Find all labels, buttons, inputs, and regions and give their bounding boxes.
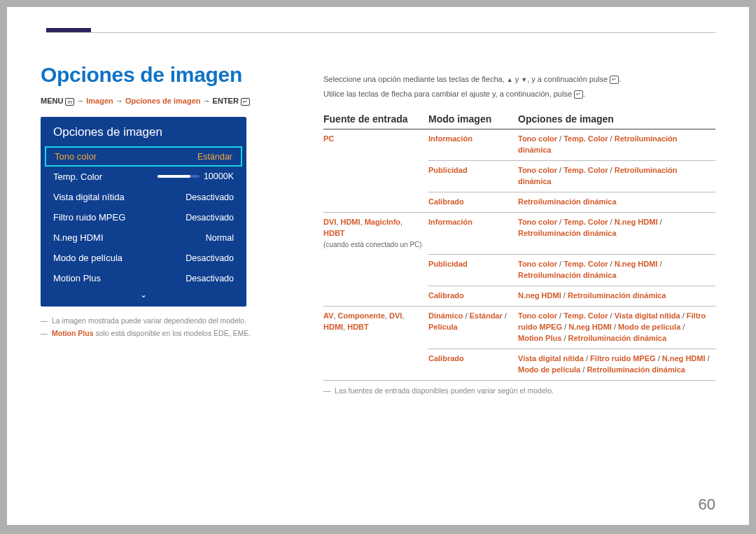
cell-fuente: DVI, HDMI, MagicInfo, HDBT(cuando está c… [323,212,428,254]
th-fuente: Fuente de entrada [323,109,428,129]
instruction-1: Seleccione una opción mediante las tecla… [323,73,715,85]
osd-row-value: Desactivado [186,192,234,202]
cell-fuente [323,160,428,192]
manual-page: Opciones de imagen MENU m → Imagen → Opc… [7,7,749,525]
cell-opciones: Retroiluminación dinámica [518,192,715,212]
osd-row-label: Tono color [55,151,97,162]
enter-icon: ↵ [241,98,250,106]
crumb-opciones: Opciones de imagen [125,97,201,105]
highlight-term: Dinámico [428,311,463,320]
cell-fuente [323,349,428,380]
table-row: PCInformaciónTono color / Temp. Color / … [323,129,715,161]
cell-modo: Calibrado [428,349,518,380]
highlight-term: Modo de película [518,365,580,374]
table-row: CalibradoVista digital nítida / Filtro r… [323,349,715,380]
highlight-term: DVI [323,218,336,226]
highlight-term: Retroiluminación dinámica [587,365,685,374]
osd-row-label: Modo de película [53,253,122,263]
crumb-menu: MENU [41,97,63,105]
osd-menu-panel: Opciones de imagen Tono colorEstándarTem… [41,117,246,307]
highlight-term: Componente [338,311,385,320]
highlight-term: Tono color [518,311,557,320]
cell-fuente [323,286,428,306]
cell-modo: Publicidad [428,255,518,286]
highlight-term: Calibrado [428,291,464,300]
table-footnote: Las fuentes de entrada disponibles puede… [323,386,715,395]
page-number: 60 [699,496,715,514]
enter-icon: ↵ [610,76,619,84]
arrow-icon: → [203,97,211,105]
highlight-term: Tono color [518,166,557,174]
osd-row-label: Motion Plus [53,273,101,283]
highlight-term: PC [323,134,334,143]
th-opciones: Opciones de imagen [518,109,715,129]
instruction-2: Utilice las teclas de flecha para cambia… [323,88,715,100]
cell-opciones: Tono color / Temp. Color / Retroiluminac… [518,160,715,192]
highlight-term: Filtro ruido MPEG [590,354,656,363]
right-column: Seleccione una opción mediante las tecla… [323,73,715,395]
osd-row: Vista digital nítidaDesactivado [41,187,246,207]
highlight-term: N.neg HDMI [518,291,561,300]
cell-opciones: Tono color / Temp. Color / N.neg HDMI / … [518,255,715,286]
highlight-term: AV [323,311,333,320]
highlight-term: Temp. Color [564,260,608,268]
table-row: DVI, HDMI, MagicInfo, HDBT(cuando está c… [323,212,715,254]
highlight-term: Retroiluminación dinámica [518,271,617,279]
osd-row-value: 10000K [204,171,234,181]
table-row: PublicidadTono color / Temp. Color / N.n… [323,255,715,286]
highlight-term: Retroiluminación dinámica [568,291,666,300]
cell-opciones: Tono color / Temp. Color / Vista digital… [518,306,715,349]
cell-fuente: AV, Componente, DVI, HDMI, HDBT [323,306,428,349]
osd-row: Temp. Color10000K [41,167,246,187]
highlight-term: Retroiluminación dinámica [568,334,667,342]
highlight-term: N.neg HDMI [615,218,658,226]
header-rule [46,32,715,33]
table-header-row: Fuente de entrada Modo imagen Opciones d… [323,109,715,129]
osd-row-label: N.neg HDMI [53,232,104,243]
highlight-term: Vista digital nítida [615,311,680,320]
table-row: CalibradoRetroiluminación dinámica [323,192,715,212]
slider-fill [158,175,190,178]
arrow-down-icon [521,75,527,83]
highlight-term: Información [428,218,472,226]
cell-fuente-note: (cuando está conectado un PC) [323,241,422,248]
table-row: AV, Componente, DVI, HDMI, HDBTDinámico … [323,306,715,349]
crumb-enter: ENTER [213,97,239,105]
highlight-term: Modo de película [618,323,680,331]
cell-opciones: Vista digital nítida / Filtro ruido MPEG… [518,349,715,380]
highlight-term: N.neg HDMI [662,354,706,363]
highlight-term: Calibrado [428,354,464,363]
highlight-term: HDMI [323,323,343,331]
highlight-term: Publicidad [428,260,468,268]
osd-row-label: Filtro ruido MPEG [53,212,125,223]
highlight-term: Publicidad [428,166,468,174]
osd-row: Filtro ruido MPEGDesactivado [41,207,246,227]
highlight-term: Película [428,323,458,331]
highlight-term: N.neg HDMI [615,260,658,268]
osd-title: Opciones de imagen [41,117,246,146]
highlight-term: Estándar [470,311,503,320]
highlight-term: Retroiluminación dinámica [518,229,617,237]
enter-icon: ↵ [574,90,583,99]
slider-track [158,175,200,178]
highlight-term: Retroiluminación dinámica [518,197,617,206]
highlight-term: Temp. Color [564,134,608,143]
cell-opciones: Tono color / Temp. Color / N.neg HDMI / … [518,212,715,254]
highlight-term: Calibrado [428,197,464,206]
cell-modo: Calibrado [428,192,518,212]
cell-modo: Información [428,129,518,161]
cell-modo: Calibrado [428,286,518,306]
highlight-term: Temp. Color [564,311,608,320]
highlight-term: HDMI [340,218,360,226]
arrow-icon: → [76,97,84,105]
highlight-term: Información [428,134,472,143]
highlight-term: Temp. Color [564,166,608,174]
cell-fuente: PC [323,129,428,161]
chevron-down-icon: ⌄ [41,288,246,304]
arrow-icon: → [115,97,123,105]
table-row: CalibradoN.neg HDMI / Retroiluminación d… [323,286,715,306]
table-row: PublicidadTono color / Temp. Color / Ret… [323,160,715,192]
footnote-2-rest: solo está disponible en los modelos EDE,… [94,329,251,337]
highlight-term: Temp. Color [564,218,608,226]
highlight-term: Vista digital nítida [518,354,584,363]
